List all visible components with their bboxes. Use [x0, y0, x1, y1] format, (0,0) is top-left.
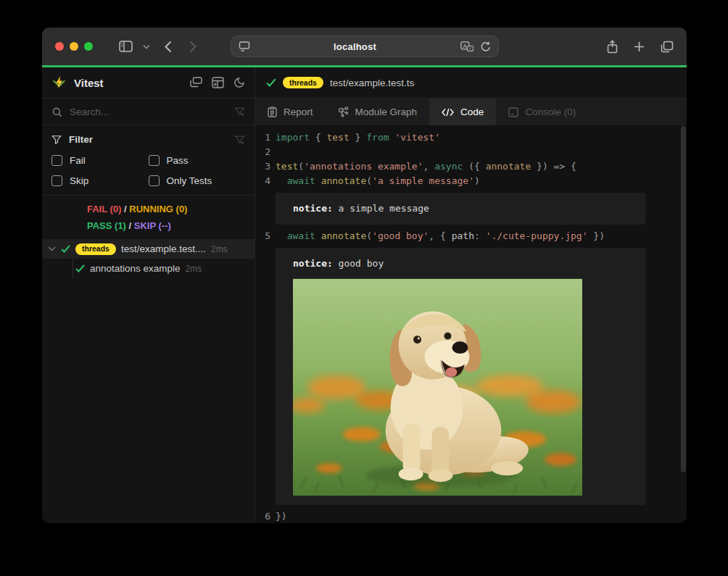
test-case-row[interactable]: annotations example 2ms [42, 259, 255, 278]
page-format-icon[interactable] [239, 41, 250, 51]
line-number: 3 [255, 159, 276, 174]
tab-report[interactable]: Report [255, 99, 326, 125]
annotation-notice: notice: good boy [276, 248, 645, 505]
clear-search-filter-icon[interactable] [234, 107, 245, 117]
filter-section: Filter Fail Pass Skip Only Tests [42, 125, 255, 196]
search-icon [51, 107, 62, 117]
test-file-row[interactable]: threads test/example.test.... 2ms [42, 239, 255, 259]
svg-text:文: 文 [468, 46, 472, 51]
minimize-window-button[interactable] [70, 42, 78, 51]
checkbox-pass[interactable]: Pass [149, 155, 246, 166]
new-tab-button[interactable] [634, 41, 645, 52]
report-icon [268, 107, 277, 117]
checkbox-box[interactable] [51, 155, 62, 166]
summary-skip: SKIP (--) [134, 220, 171, 231]
vitest-logo [51, 75, 67, 91]
code-line: 6}) [255, 509, 687, 523]
test-file-name: test/example.test.... [121, 243, 206, 254]
traffic-lights [55, 42, 93, 51]
line-number: 5 [255, 229, 276, 243]
puppy-image[interactable] [293, 278, 582, 496]
notice-message: a simple message [333, 203, 429, 214]
reload-icon[interactable] [481, 41, 491, 52]
tab-label: Console (0) [525, 107, 576, 117]
filter-label: Filter [69, 134, 93, 145]
search-input[interactable] [70, 107, 227, 117]
back-button[interactable] [165, 41, 172, 53]
notice-label: notice: [293, 258, 333, 269]
tab-label: Module Graph [355, 107, 418, 117]
test-summary: FAIL (0) / RUNNING (0) PASS (1) / SKIP (… [42, 196, 255, 239]
sidebar-header: Vitest [42, 67, 255, 99]
browser-titlebar: localhost A文 [42, 28, 687, 65]
chevron-down-icon[interactable] [143, 44, 150, 49]
share-button[interactable] [607, 40, 618, 54]
checkbox-box[interactable] [149, 155, 160, 166]
code-text: await annotate('a simple message') [276, 174, 480, 188]
checkbox-fail[interactable]: Fail [51, 155, 149, 166]
address-bar[interactable]: localhost A文 [231, 36, 499, 57]
module-graph-icon [338, 107, 349, 117]
forward-button[interactable] [189, 41, 197, 53]
test-duration: 2ms [211, 244, 228, 254]
tab-overview-button[interactable] [661, 41, 674, 53]
summary-pass: PASS (1) [87, 220, 126, 231]
notice-text: notice: a simple message [293, 201, 628, 216]
annotation-notice: notice: a simple message [276, 193, 645, 225]
notice-message: good boy [333, 258, 384, 269]
app-title: Vitest [74, 77, 104, 89]
search-bar [42, 99, 255, 125]
tab-console[interactable]: Console (0) [496, 99, 588, 125]
open-file-name: test/example.test.ts [330, 78, 414, 88]
panels-icon[interactable] [190, 77, 202, 88]
checkbox-label: Pass [167, 155, 189, 166]
code-content: 1import { test } from 'vitest'23test('an… [255, 130, 687, 523]
funnel-icon [51, 135, 62, 145]
vitest-sidebar: Vitest [42, 67, 255, 523]
maximize-window-button[interactable] [84, 42, 93, 51]
main-panel: threads test/example.test.ts Report Modu… [255, 67, 687, 523]
checkbox-skip[interactable]: Skip [51, 175, 149, 186]
test-duration: 2ms [186, 264, 202, 274]
puppy-illustration [293, 278, 582, 496]
code-line: 2 [255, 145, 687, 159]
line-number: 4 [255, 174, 276, 188]
notice-label: notice: [293, 203, 333, 214]
code-text: test('annotations example', async ({ ann… [276, 159, 576, 174]
tab-bar: Report Module Graph Code [255, 99, 687, 126]
checkbox-box[interactable] [51, 175, 62, 186]
tab-code[interactable]: Code [429, 99, 496, 125]
pool-badge: threads [75, 243, 116, 255]
check-icon [266, 78, 276, 87]
code-icon [442, 108, 454, 117]
close-window-button[interactable] [55, 42, 64, 51]
checkbox-box[interactable] [149, 175, 160, 186]
summary-line-2: PASS (1) / SKIP (--) [87, 217, 255, 234]
clear-filter-icon[interactable] [234, 135, 245, 145]
summary-line-1: FAIL (0) / RUNNING (0) [87, 201, 255, 217]
dark-mode-toggle-icon[interactable] [233, 77, 245, 88]
vertical-scrollbar[interactable] [681, 126, 686, 472]
code-line: 5 await annotate('good boy', { path: './… [255, 229, 687, 243]
chevron-down-icon[interactable] [48, 246, 56, 251]
line-number: 6 [255, 509, 276, 523]
line-number: 1 [255, 130, 276, 145]
tab-label: Code [460, 107, 484, 117]
code-panel[interactable]: 1import { test } from 'vitest'23test('an… [255, 126, 687, 523]
checkbox-label: Only Tests [167, 175, 212, 186]
test-case-name: annotations example [90, 263, 181, 274]
code-text: import { test } from 'vitest' [276, 130, 440, 145]
checkbox-only-tests[interactable]: Only Tests [149, 175, 246, 186]
url-text[interactable]: localhost [250, 41, 460, 52]
sidebar-toggle-button[interactable] [119, 41, 133, 52]
summary-fail: FAIL (0) [87, 204, 121, 214]
console-icon [508, 107, 518, 117]
dashboard-icon[interactable] [212, 77, 224, 88]
translate-icon[interactable]: A文 [460, 41, 473, 51]
svg-text:A: A [463, 43, 467, 49]
code-text: await annotate('good boy', { path: './cu… [276, 229, 605, 243]
code-line: 1import { test } from 'vitest' [255, 130, 687, 145]
tab-module-graph[interactable]: Module Graph [326, 99, 430, 125]
code-line: 3test('annotations example', async ({ an… [255, 159, 687, 174]
checkbox-label: Skip [70, 175, 88, 186]
